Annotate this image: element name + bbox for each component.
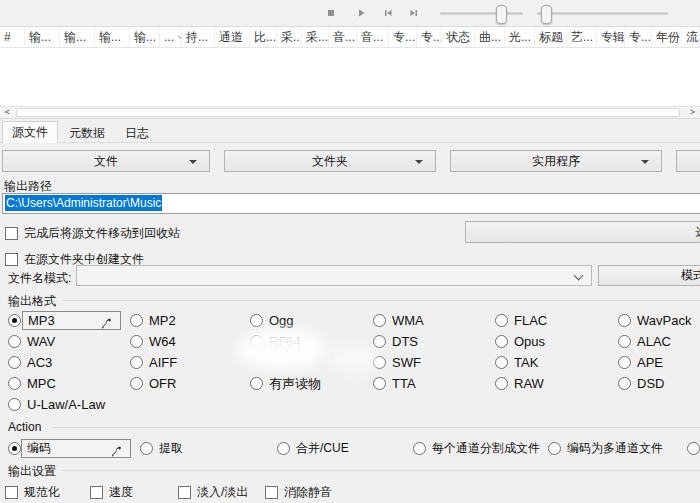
pattern-button[interactable]: 模式: [598, 265, 700, 286]
scroll-left-arrow-icon[interactable]: <: [0, 107, 15, 118]
radio-circle[interactable]: [495, 377, 508, 390]
radio-circle[interactable]: [250, 335, 263, 348]
radio-circle[interactable]: [277, 442, 290, 455]
column-header-22[interactable]: 年份: [652, 27, 682, 47]
checkbox-box[interactable]: [265, 486, 278, 499]
radio-circle[interactable]: [8, 356, 21, 369]
radio-circle[interactable]: [618, 377, 631, 390]
scrollbar-thumb[interactable]: [16, 108, 680, 117]
radio-circle[interactable]: [130, 314, 143, 327]
column-header-21[interactable]: 专...: [625, 27, 652, 47]
radio-circle[interactable]: [8, 314, 21, 327]
format-radio-mpc[interactable]: MPC: [8, 375, 56, 392]
menu-button-utilities[interactable]: 实用程序: [450, 150, 662, 172]
format-radio-dsd[interactable]: DSD: [618, 375, 664, 392]
browse-output-folder-button[interactable]: 选择: [465, 221, 700, 243]
radio-circle[interactable]: [373, 377, 386, 390]
column-header-2[interactable]: 输...: [60, 27, 95, 47]
radio-circle[interactable]: [8, 398, 21, 411]
radio-circle[interactable]: [618, 314, 631, 327]
menu-button-file[interactable]: 文件: [2, 150, 210, 172]
radio-circle[interactable]: [8, 442, 21, 455]
radio-circle[interactable]: [130, 335, 143, 348]
checkbox-box[interactable]: [5, 486, 18, 499]
format-radio-ape[interactable]: APE: [618, 354, 663, 371]
setting-checkbox-规范化[interactable]: 规范化: [5, 484, 60, 501]
tab-metadata[interactable]: 元数据: [60, 123, 114, 143]
radio-circle[interactable]: [250, 314, 263, 327]
filename-pattern-combobox[interactable]: [76, 265, 592, 286]
selected-action-config-box[interactable]: 编码: [21, 439, 131, 458]
volume-slider-thumb[interactable]: [541, 5, 552, 24]
format-radio-wav[interactable]: WAV: [8, 333, 55, 350]
format-radio-raw[interactable]: RAW: [495, 375, 544, 392]
format-radio-wma[interactable]: WMA: [373, 312, 424, 329]
radio-circle[interactable]: [548, 442, 561, 455]
file-list-body[interactable]: [0, 48, 700, 106]
radio-circle[interactable]: [413, 442, 426, 455]
radio-circle[interactable]: [687, 442, 700, 455]
format-radio-rf64[interactable]: RF64: [250, 333, 301, 350]
radio-circle[interactable]: [495, 314, 508, 327]
column-header-20[interactable]: 专辑: [597, 27, 625, 47]
play-button[interactable]: [352, 5, 370, 21]
selected-format-config-box[interactable]: MP3: [22, 311, 121, 330]
action-radio-编码为多通道文件[interactable]: 编码为多通道文件: [548, 440, 663, 457]
radio-circle[interactable]: [373, 314, 386, 327]
column-header-7[interactable]: 通道: [215, 27, 250, 47]
format-radio-wavpack[interactable]: WavPack: [618, 312, 691, 329]
output-path-input[interactable]: C:\Users\Administrator\Music: [2, 193, 700, 214]
action-radio-编码[interactable]: [8, 440, 21, 457]
checkbox-move-to-recycle-bin[interactable]: 完成后将源文件移动到回收站: [5, 225, 180, 242]
radio-circle[interactable]: [373, 356, 386, 369]
format-radio-ogg[interactable]: Ogg: [250, 312, 294, 329]
column-header-23[interactable]: 流...: [682, 27, 700, 47]
column-header-6[interactable]: 持...: [182, 27, 215, 47]
column-header-1[interactable]: 输...: [25, 27, 60, 47]
radio-circle[interactable]: [130, 377, 143, 390]
volume-slider[interactable]: [537, 12, 668, 15]
format-radio-tak[interactable]: TAK: [495, 354, 538, 371]
radio-circle[interactable]: [130, 356, 143, 369]
column-header-5[interactable]: ...: [160, 27, 182, 47]
tab-source-files[interactable]: 源文件: [2, 121, 58, 143]
column-header-9[interactable]: 采...: [277, 27, 302, 47]
column-header-19[interactable]: 艺...: [567, 27, 597, 47]
format-radio-alac[interactable]: ALAC: [618, 333, 671, 350]
column-header-16[interactable]: 曲...: [475, 27, 505, 47]
skip-forward-button[interactable]: [405, 5, 423, 21]
radio-circle[interactable]: [618, 356, 631, 369]
skip-back-button[interactable]: [379, 5, 397, 21]
radio-circle[interactable]: [373, 335, 386, 348]
column-header-index[interactable]: #: [0, 27, 25, 47]
format-radio-opus[interactable]: Opus: [495, 333, 545, 350]
radio-circle[interactable]: [8, 377, 21, 390]
setting-checkbox-速度[interactable]: 速度: [90, 484, 133, 501]
column-header-13[interactable]: 专...: [389, 27, 417, 47]
setting-checkbox-消除静音[interactable]: 消除静音: [265, 484, 332, 501]
format-radio-ac3[interactable]: AC3: [8, 354, 52, 371]
format-radio-swf[interactable]: SWF: [373, 354, 421, 371]
column-header-8[interactable]: 比...: [250, 27, 277, 47]
radio-circle[interactable]: [140, 442, 153, 455]
column-header-3[interactable]: 输...: [95, 27, 130, 47]
seek-slider[interactable]: [440, 12, 523, 15]
menu-button-folder[interactable]: 文件夹: [224, 150, 436, 172]
checkbox-box[interactable]: [178, 486, 191, 499]
format-radio-dts[interactable]: DTS: [373, 333, 418, 350]
format-radio-ofr[interactable]: OFR: [130, 375, 176, 392]
format-radio-mp2[interactable]: MP2: [130, 312, 176, 329]
radio-circle[interactable]: [495, 335, 508, 348]
column-header-4[interactable]: 输...: [130, 27, 160, 47]
stop-button[interactable]: [322, 5, 340, 21]
scroll-right-arrow-icon[interactable]: >: [685, 107, 700, 118]
action-radio-每个通道分割成文件[interactable]: 每个通道分割成文件: [413, 440, 540, 457]
format-radio-flac[interactable]: FLAC: [495, 312, 547, 329]
column-header-11[interactable]: 音...: [329, 27, 357, 47]
column-header-14[interactable]: 专...: [417, 27, 442, 47]
column-header-10[interactable]: 采...: [302, 27, 329, 47]
checkbox-box[interactable]: [5, 253, 18, 266]
format-radio-mp3[interactable]: [8, 312, 21, 329]
checkbox-box[interactable]: [90, 486, 103, 499]
column-header-17[interactable]: 光...: [505, 27, 535, 47]
